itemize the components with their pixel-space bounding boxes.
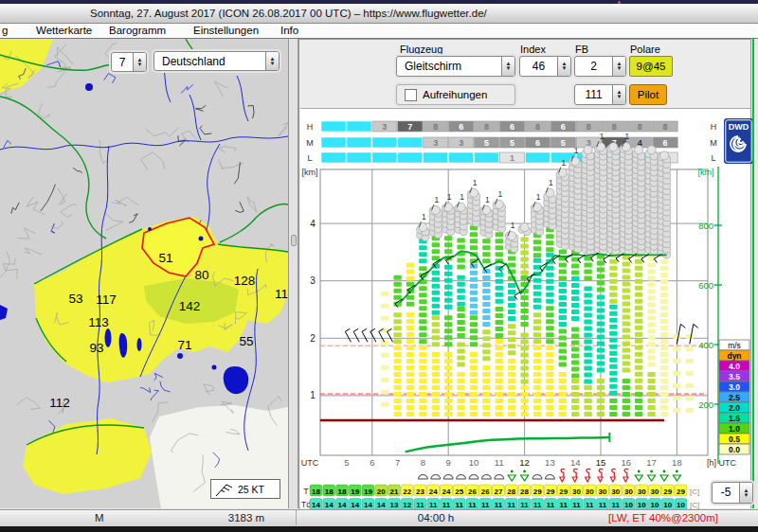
svg-text:30: 30: [624, 488, 633, 496]
svg-text:30: 30: [599, 488, 607, 496]
fb2-value: 111: [575, 85, 612, 104]
wind-barb-icon: [211, 481, 234, 498]
wind-scale-label: 25 KT: [238, 484, 264, 495]
meteogram-chart[interactable]: 378686868888HH3355653746MM11LL1111111111…: [299, 110, 752, 512]
stepper-arrows-icon[interactable]: ▲▼: [612, 85, 625, 104]
svg-text:H: H: [711, 122, 717, 132]
map-panel: 51801281153117142113937155112 7 ▲▼ Deuts…: [0, 39, 288, 508]
svg-text:20: 20: [377, 488, 386, 496]
fb-label: FB: [575, 44, 588, 55]
index-spinner[interactable]: 46 ▲▼: [519, 56, 571, 77]
panel-splitter[interactable]: [288, 39, 298, 508]
menu-item-barogramm[interactable]: Barogramm: [109, 24, 166, 38]
flugzeug-value: Gleitschirm: [397, 57, 501, 76]
svg-text:29: 29: [533, 488, 542, 496]
polare-badge[interactable]: 9@45: [629, 56, 673, 77]
menu-item-einstellungen[interactable]: Einstellungen: [193, 24, 259, 38]
svg-text:113: 113: [88, 315, 109, 329]
svg-text:11: 11: [560, 501, 568, 509]
dropdown-arrows-icon: ▲▼: [265, 52, 279, 70]
svg-text:10: 10: [677, 501, 685, 509]
svg-text:1: 1: [497, 189, 502, 199]
svg-text:2.0: 2.0: [729, 403, 740, 413]
temperature-rows: T181818191920212223242425262627282829292…: [301, 485, 699, 510]
svg-text:19: 19: [364, 488, 372, 496]
svg-text:[C]: [C]: [690, 488, 699, 496]
svg-text:4: 4: [310, 219, 316, 229]
svg-text:H: H: [307, 122, 314, 132]
svg-text:[C]: [C]: [690, 501, 699, 509]
svg-text:25: 25: [455, 488, 463, 496]
svg-text:24: 24: [442, 488, 451, 496]
stepper-arrows-icon[interactable]: ▲▼: [739, 483, 752, 503]
forecast-panel: Flugzeug Index FB Polare Gleitschirm ▲▼ …: [298, 39, 751, 508]
map-zoom-value: 7: [112, 53, 133, 71]
svg-text:30: 30: [611, 488, 620, 496]
svg-text:11: 11: [586, 501, 594, 509]
stepper-arrows-icon[interactable]: ▲▼: [612, 57, 625, 76]
aufreihungen-checkbox[interactable]: [405, 89, 417, 101]
svg-text:29: 29: [547, 488, 555, 496]
svg-text:7: 7: [395, 457, 400, 468]
svg-text:5: 5: [561, 138, 566, 148]
svg-text:6: 6: [510, 122, 514, 132]
weather-map[interactable]: 51801281153117142113937155112: [0, 39, 288, 508]
svg-text:22: 22: [403, 488, 411, 496]
svg-text:117: 117: [96, 293, 117, 307]
map-region-select[interactable]: Deutschland ▲▼: [153, 51, 280, 71]
svg-text:28: 28: [507, 488, 515, 496]
svg-text:12: 12: [519, 457, 530, 468]
svg-text:10: 10: [663, 501, 672, 509]
svg-text:21: 21: [390, 488, 399, 496]
flugzeug-label: Flugzeug: [400, 44, 442, 55]
svg-text:1.0: 1.0: [729, 424, 740, 434]
svg-text:30: 30: [586, 488, 594, 496]
splitter-grip-icon[interactable]: [291, 235, 297, 246]
svg-text:6: 6: [561, 122, 566, 132]
svg-text:55: 55: [239, 334, 253, 348]
cumulus-towers: 11111111111111: [417, 132, 671, 258]
svg-text:12: 12: [403, 501, 411, 509]
stepper-arrows-icon[interactable]: ▲▼: [133, 53, 146, 71]
fb-spinner[interactable]: 2 ▲▼: [574, 56, 626, 77]
svg-text:1: 1: [422, 212, 426, 222]
svg-text:14: 14: [364, 501, 372, 509]
menu-item-wetterkarte[interactable]: Wetterkarte: [36, 24, 92, 38]
svg-text:200: 200: [698, 399, 713, 410]
svg-text:T: T: [303, 487, 309, 496]
svg-text:30: 30: [638, 488, 646, 496]
svg-text:1: 1: [434, 195, 439, 204]
svg-text:8: 8: [535, 122, 540, 132]
wind-scale-legend: 25 KT: [210, 479, 280, 499]
svg-text:15: 15: [596, 457, 606, 468]
svg-text:3: 3: [382, 122, 387, 132]
svg-text:1: 1: [473, 178, 478, 187]
svg-text:14: 14: [570, 457, 581, 468]
svg-text:8: 8: [433, 122, 438, 132]
climb-rate-legend: m/sdyn4.03.53.02.52.01.51.00.50.0: [719, 340, 749, 454]
svg-text:53: 53: [68, 292, 82, 306]
pilot-button[interactable]: Pilot: [629, 84, 667, 105]
svg-text:[h] UTC: [h] UTC: [707, 458, 737, 468]
menu-item-partial[interactable]: g: [2, 24, 8, 38]
map-zoom-spinner[interactable]: 7 ▲▼: [111, 52, 147, 72]
flugzeug-select[interactable]: Gleitschirm ▲▼: [396, 56, 515, 77]
fb2-spinner[interactable]: 111 ▲▼: [574, 84, 626, 105]
svg-text:8: 8: [612, 122, 617, 132]
offset-spinner[interactable]: -5 ▲▼: [712, 482, 753, 504]
stepper-arrows-icon[interactable]: ▲▼: [557, 57, 570, 76]
svg-text:3.5: 3.5: [729, 372, 740, 381]
svg-text:m/s: m/s: [728, 341, 741, 350]
distance-axis: 200400600800[km]: [698, 167, 723, 464]
dropdown-arrows-icon: ▲▼: [501, 57, 514, 76]
svg-text:26: 26: [481, 488, 490, 496]
statusbar-separator: [296, 510, 297, 525]
aufreihungen-label: Aufreihungen: [423, 89, 487, 100]
svg-text:14: 14: [338, 501, 347, 509]
menu-item-info[interactable]: Info: [280, 24, 298, 38]
axes-labels: [km]1234UTC56789101112131415161718[h] UT…: [301, 168, 737, 468]
svg-text:16: 16: [622, 457, 632, 468]
svg-text:30: 30: [572, 488, 581, 496]
flight-distance-curve: [406, 433, 610, 452]
svg-text:1: 1: [511, 221, 515, 230]
